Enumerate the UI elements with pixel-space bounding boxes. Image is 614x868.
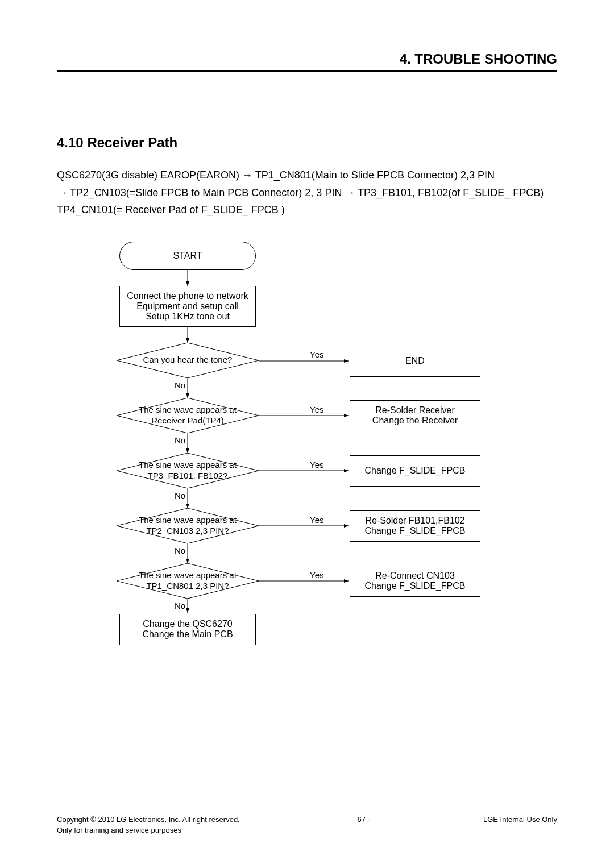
action-line: Re-Connect CN103 [375,571,455,581]
setup-process: Connect the phone to network Equipment a… [119,286,256,327]
no-label: No [173,491,186,500]
decision-text: TP3_FB101, FB102? [148,471,228,480]
decision-text: TP2_CN103 2,3 PIN? [146,526,229,535]
action-line: Re-Solder Receiver [375,405,455,416]
yes-label: Yes [309,460,325,470]
decision-text: The sine wave appears at [139,460,237,470]
action-receiver: Re-Solder Receiver Change the Receiver [350,400,480,431]
yes-label: Yes [309,405,325,414]
copyright-line: Only for training and service purposes [57,825,240,836]
no-label: No [173,601,186,610]
action-line: Re-Solder FB101,FB102 [365,516,464,526]
final-process: Change the QSC6270 Change the Main PCB [119,614,256,645]
action-line: Change F_SLIDE_FPCB [365,581,466,591]
section-title: 4.10 Receiver Path [57,135,557,151]
start-node: START [119,242,256,270]
footer-left: Copyright © 2010 LG Electronics. Inc. Al… [57,815,240,836]
setup-line: Setup 1KHz tone out [146,312,230,322]
action-fb101: Re-Solder FB101,FB102 Change F_SLIDE_FPC… [350,510,480,542]
end-label: END [405,356,425,366]
end-node: END [350,346,480,377]
page-footer: Copyright © 2010 LG Electronics. Inc. Al… [57,815,557,836]
final-line: Change the QSC6270 [143,619,232,629]
decision-tp1: The sine wave appears at TP1_CN801 2,3 P… [117,563,259,599]
decision-tp4: The sine wave appears at Receiver Pad(TP… [117,398,259,433]
no-label: No [173,546,186,555]
action-line: Change F_SLIDE_FPCB [365,466,466,476]
decision-text: Receiver Pad(TP4) [151,416,224,425]
setup-line: Equipment and setup call [136,301,239,312]
yes-label: Yes [309,570,325,580]
header-title: 4. TROUBLE SHOOTING [57,51,557,67]
no-label: No [173,380,186,390]
yes-label: Yes [309,350,325,359]
copyright-line: Copyright © 2010 LG Electronics. Inc. Al… [57,815,240,825]
yes-label: Yes [309,515,325,525]
action-fpcb1: Change F_SLIDE_FPCB [350,455,480,487]
intro-line: → TP2_CN103(=Slide FPCB to Main PCB Conn… [57,184,557,202]
decision-text: The sine wave appears at [139,570,237,580]
decision-text: The sine wave appears at [139,515,237,525]
page-header: 4. TROUBLE SHOOTING [57,51,557,72]
intro-line: TP4_CN101(= Receiver Pad of F_SLIDE_ FPC… [57,201,557,219]
start-label: START [173,251,202,261]
decision-tp3: The sine wave appears at TP3_FB101, FB10… [117,453,259,488]
decision-text: TP1_CN801 2,3 PIN? [146,581,229,591]
intro-line: QSC6270(3G disable) EAROP(EARON) → TP1_C… [57,167,557,184]
decision-text: Can you hear the tone? [143,355,233,366]
page-number: - 67 - [353,815,370,825]
setup-line: Connect the phone to network [127,291,248,301]
action-cn103: Re-Connect CN103 Change F_SLIDE_FPCB [350,566,480,597]
decision-tone: Can you hear the tone? [117,343,259,378]
decision-tp2: The sine wave appears at TP2_CN103 2,3 P… [117,508,259,543]
flowchart: START Connect the phone to network Equip… [117,242,509,654]
action-line: Change F_SLIDE_FPCB [365,526,466,536]
footer-right: LGE Internal Use Only [483,815,557,825]
intro-text: QSC6270(3G disable) EAROP(EARON) → TP1_C… [57,167,557,219]
final-line: Change the Main PCB [142,629,233,639]
decision-text: The sine wave appears at [139,405,237,414]
no-label: No [173,435,186,445]
action-line: Change the Receiver [372,416,458,426]
